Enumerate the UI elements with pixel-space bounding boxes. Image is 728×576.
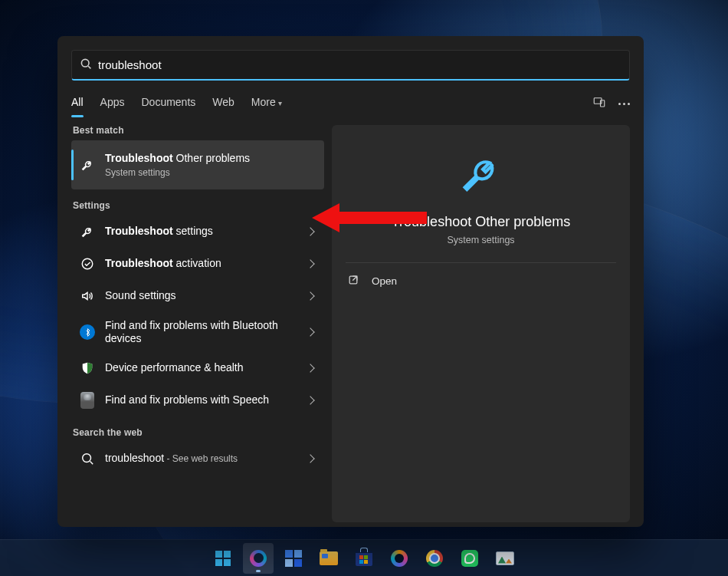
tab-apps[interactable]: Apps <box>100 96 125 111</box>
result-best-match[interactable]: Troubleshoot Other problems System setti… <box>71 140 324 189</box>
wrench-icon <box>79 158 96 172</box>
wrench-icon <box>457 150 506 199</box>
start-button[interactable] <box>208 543 238 574</box>
search-bar[interactable] <box>71 50 630 81</box>
search-input[interactable] <box>98 58 621 71</box>
taskbar-whatsapp[interactable] <box>454 543 485 574</box>
chevron-right-icon <box>306 259 314 268</box>
result-speech-fix[interactable]: Find and fix problems with Speech <box>71 384 324 416</box>
open-external-icon <box>347 274 359 288</box>
device-sync-icon[interactable] <box>592 95 606 112</box>
result-troubleshoot-activation[interactable]: Troubleshoot activation <box>71 248 324 280</box>
taskbar-chrome[interactable] <box>419 543 450 574</box>
divider <box>346 262 616 263</box>
speaker-icon <box>79 289 96 303</box>
result-bluetooth-fix[interactable]: Find and fix problems with Bluetooth dev… <box>71 312 324 352</box>
tab-web[interactable]: Web <box>212 96 234 111</box>
taskbar <box>0 539 728 576</box>
chevron-right-icon <box>306 327 314 336</box>
search-icon <box>80 58 92 73</box>
open-action[interactable]: Open <box>346 268 616 295</box>
taskbar-widgets[interactable] <box>278 543 309 574</box>
taskbar-copilot[interactable] <box>384 543 415 574</box>
result-detail-panel: Troubleshoot Other problems System setti… <box>332 125 630 522</box>
taskbar-search-button[interactable] <box>243 543 274 574</box>
svg-point-4 <box>83 454 91 462</box>
check-circle-icon <box>79 257 96 271</box>
tab-documents[interactable]: Documents <box>141 96 195 111</box>
store-icon <box>356 551 372 566</box>
whatsapp-icon <box>461 550 478 567</box>
detail-subtitle: System settings <box>447 235 514 245</box>
chevron-right-icon <box>306 454 314 462</box>
chevron-right-icon <box>306 396 314 404</box>
microphone-icon <box>79 392 96 409</box>
taskbar-file-explorer[interactable] <box>313 543 344 574</box>
group-settings: Settings <box>73 200 324 211</box>
group-search-web: Search the web <box>73 427 324 438</box>
taskbar-microsoft-store[interactable] <box>349 543 379 574</box>
bluetooth-icon <box>79 324 96 340</box>
search-flyout: All Apps Documents Web More▾ Best match <box>57 36 644 527</box>
svg-point-3 <box>82 258 93 269</box>
result-web-search[interactable]: troubleshoot - See web results <box>71 443 324 475</box>
tab-more[interactable]: More▾ <box>251 96 282 111</box>
folder-icon <box>320 551 338 565</box>
tab-all[interactable]: All <box>71 96 84 111</box>
chevron-down-icon: ▾ <box>278 99 282 107</box>
pictures-icon <box>496 551 514 565</box>
windows-logo-icon <box>215 551 231 566</box>
more-options-icon[interactable] <box>618 103 630 105</box>
copilot-icon <box>391 550 408 567</box>
taskbar-pictures[interactable] <box>490 543 520 574</box>
search-icon <box>79 452 96 466</box>
search-ring-icon <box>250 550 267 567</box>
results-list: Best match Troubleshoot Other problems S… <box>71 122 324 522</box>
result-sound-settings[interactable]: Sound settings <box>71 280 324 312</box>
search-scope-tabs: All Apps Documents Web More▾ <box>71 93 630 114</box>
group-best-match: Best match <box>73 125 324 136</box>
detail-title: Troubleshoot Other problems <box>392 214 570 230</box>
shield-icon <box>79 360 96 376</box>
result-device-performance[interactable]: Device performance & health <box>71 352 324 384</box>
chevron-right-icon <box>306 227 314 235</box>
chevron-right-icon <box>306 291 314 300</box>
wrench-icon <box>79 225 96 239</box>
widgets-icon <box>285 550 302 567</box>
svg-point-0 <box>81 59 89 67</box>
chrome-icon <box>426 550 443 567</box>
result-troubleshoot-settings[interactable]: Troubleshoot settings <box>71 216 324 248</box>
chevron-right-icon <box>306 364 314 372</box>
